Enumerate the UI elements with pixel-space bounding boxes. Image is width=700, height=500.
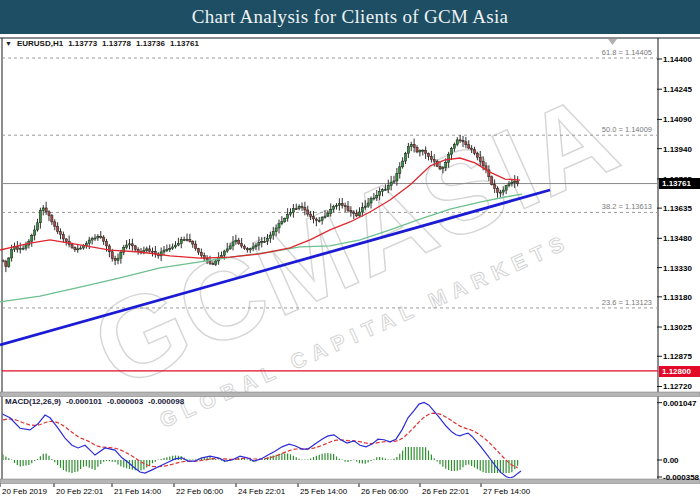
macd-value-3: -0.000098 xyxy=(148,397,184,406)
ohlc-close: 1.13761 xyxy=(170,39,199,48)
macd-axis-label: -0.000358 xyxy=(663,473,700,482)
price-axis-label: 1.13330 xyxy=(663,264,692,273)
price-axis-label: 1.13635 xyxy=(663,204,692,213)
time-axis-label: 20 Feb 2019 xyxy=(2,487,47,496)
macd-axis-label: 0.00 xyxy=(663,456,679,465)
pane-splitter[interactable] xyxy=(0,479,700,484)
price-axis-label: 1.13480 xyxy=(663,234,692,243)
price-axis: 1.144001.142451.140901.139401.137851.136… xyxy=(657,55,692,391)
macd-label: MACD(12,26,9) xyxy=(5,397,61,406)
macd-value-1: -0.000101 xyxy=(66,397,102,406)
pane-splitter[interactable] xyxy=(0,392,700,397)
price-axis-label: 1.14245 xyxy=(663,85,692,94)
ohlc-open: 1.13773 xyxy=(68,39,97,48)
macd-axis-label: 0.001047 xyxy=(663,399,697,408)
time-axis-label: 24 Feb 22:01 xyxy=(238,487,286,496)
price-axis-label: 1.14400 xyxy=(663,55,692,64)
fib-label-61.8: 61.8 = 1.14405 xyxy=(602,48,652,57)
price-axis-label: 1.13940 xyxy=(663,145,692,154)
symbol-dropdown-icon[interactable]: ▼ xyxy=(5,40,12,47)
macd-pane xyxy=(0,402,521,478)
price-axis-label: 1.12875 xyxy=(663,352,692,361)
time-axis-label: 26 Feb 06:00 xyxy=(361,487,409,496)
time-axis-label: 22 Feb 06:00 xyxy=(176,487,224,496)
ohlc-high: 1.13778 xyxy=(102,39,131,48)
time-axis-label: 27 Feb 14:00 xyxy=(483,487,531,496)
symbol-label: EURUSD,H1 xyxy=(17,39,63,48)
fib-label-23.6: 23.6 = 1.13123 xyxy=(602,298,652,307)
time-axis: 20 Feb 201920 Feb 22:0121 Feb 14:0022 Fe… xyxy=(0,484,531,497)
price-axis-label: 1.12720 xyxy=(663,382,692,391)
price-axis-label: 1.13180 xyxy=(663,293,692,302)
time-axis-label: 20 Feb 22:01 xyxy=(56,487,104,496)
page-title: Chart Analysis for Clients of GCM Asia xyxy=(192,6,508,28)
fib-label-50.0: 50.0 = 1.14009 xyxy=(602,125,652,134)
macd-value-2: -0.000003 xyxy=(107,397,143,406)
symbol-header: ▼ EURUSD,H1 1.13773 1.13778 1.13736 1.13… xyxy=(5,39,199,48)
support-level-badge: 1.12800 xyxy=(659,366,700,377)
time-axis-label: 25 Feb 14:00 xyxy=(300,487,348,496)
mt4-chart-window: Chart Analysis for Clients of GCM Asia G… xyxy=(0,0,700,500)
time-axis-label: 21 Feb 14:00 xyxy=(114,487,162,496)
macd-axis: 0.0010470.00-0.000358 xyxy=(657,399,700,482)
ohlc-low: 1.13736 xyxy=(136,39,165,48)
markers xyxy=(608,39,617,45)
title-bar: Chart Analysis for Clients of GCM Asia xyxy=(0,0,700,34)
chart-canvas[interactable]: GCMASIA GLOBAL CAPITAL MARKETS 61.8 = 1.… xyxy=(0,34,700,500)
price-axis-label: 1.14090 xyxy=(663,115,692,124)
macd-header: MACD(12,26,9) -0.000101 -0.000003 -0.000… xyxy=(5,397,184,406)
time-axis-label: 26 Feb 22:01 xyxy=(422,487,470,496)
price-axis-label: 1.13025 xyxy=(663,323,692,332)
fib-label-38.2: 38.2 = 1.13613 xyxy=(602,202,652,211)
current-price-badge: 1.13761 xyxy=(659,178,700,189)
scroll-marker-icon[interactable] xyxy=(608,39,617,45)
